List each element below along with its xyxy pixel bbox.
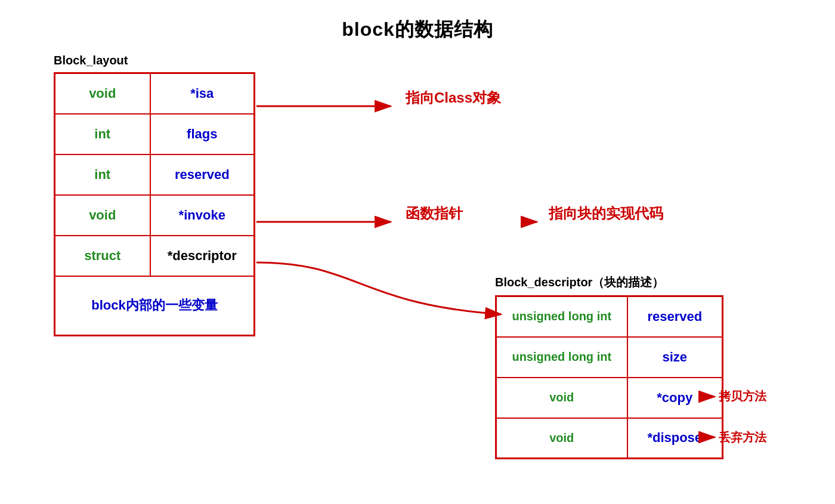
table-row: struct *descriptor: [55, 236, 255, 276]
isa-annotation: 指向Class对象: [406, 88, 501, 107]
type-void-4: void: [496, 418, 627, 459]
table-row: void *invoke: [55, 195, 255, 236]
name-flags: flags: [150, 114, 255, 154]
table-row: int reserved: [55, 154, 255, 195]
block-variables-cell: block内部的一些变量: [55, 276, 255, 336]
copy-annotation: 拷贝方法: [719, 388, 766, 404]
name-dispose: *dispose: [627, 418, 723, 459]
invoke-annotation-2: 指向块的实现代码: [549, 204, 663, 223]
block-layout-label: Block_layout: [54, 54, 255, 67]
block-layout-section: Block_layout void *isa int flags int res…: [54, 54, 255, 336]
table-row: void *dispose: [496, 418, 723, 459]
block-descriptor-section: Block_descriptor（块的描述） unsigned long int…: [495, 274, 723, 459]
name-reserved: reserved: [150, 154, 255, 195]
block-layout-table: void *isa int flags int reserved void *i…: [54, 72, 255, 336]
type-int-2: int: [55, 154, 150, 195]
descriptor-arrow: [256, 262, 501, 314]
type-void-3: void: [496, 378, 627, 418]
type-ulong-2: unsigned long int: [496, 337, 627, 378]
name-invoke: *invoke: [150, 195, 255, 236]
type-int-1: int: [55, 114, 150, 154]
block-descriptor-table: unsigned long int reserved unsigned long…: [495, 295, 723, 459]
block-descriptor-label: Block_descriptor（块的描述）: [495, 274, 723, 290]
table-row: unsigned long int reserved: [496, 296, 723, 337]
invoke-annotation-1: 函数指针: [406, 204, 463, 223]
type-void-2: void: [55, 195, 150, 236]
page-title: block的数据结构: [0, 0, 835, 43]
table-row: unsigned long int size: [496, 337, 723, 378]
type-ulong-1: unsigned long int: [496, 296, 627, 337]
name-size: size: [627, 337, 723, 378]
table-row: int flags: [55, 114, 255, 154]
name-descriptor: *descriptor: [150, 236, 255, 276]
table-row: void *isa: [55, 73, 255, 114]
name-reserved-2: reserved: [627, 296, 723, 337]
dispose-annotation: 丢弃方法: [719, 429, 766, 446]
name-copy: *copy: [627, 378, 723, 418]
table-row: void *copy: [496, 378, 723, 418]
type-void-1: void: [55, 73, 150, 114]
type-struct: struct: [55, 236, 150, 276]
table-row-variables: block内部的一些变量: [55, 276, 255, 336]
name-isa: *isa: [150, 73, 255, 114]
